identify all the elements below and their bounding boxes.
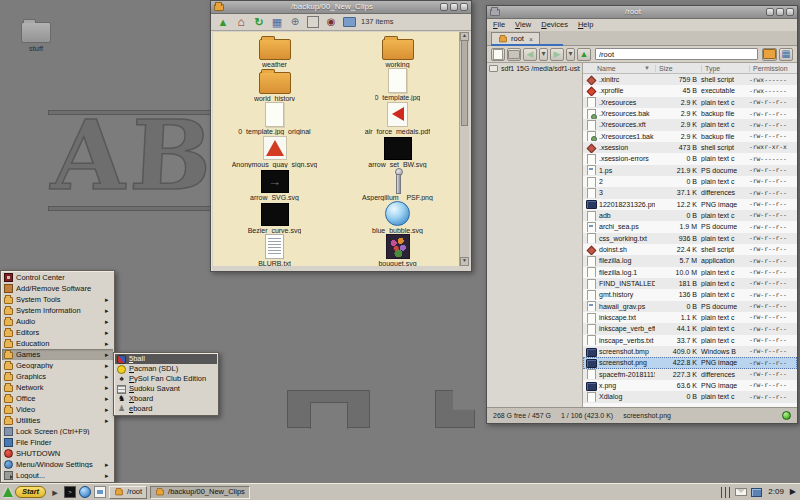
quick-launch-icon[interactable]	[79, 486, 91, 498]
submenu-item[interactable]: Pacman (SDL)	[115, 364, 217, 374]
start-menu-item[interactable]: SHUTDOWN	[2, 448, 113, 459]
file-row[interactable]: .xsession 473 B shell script -rwxr-xr-x	[583, 142, 797, 153]
start-menu-item[interactable]: Menu/Window Settings ▸	[2, 459, 113, 470]
file-item[interactable]: working	[336, 35, 459, 68]
tab-close-icon[interactable]: ×	[529, 36, 533, 43]
start-menu-item[interactable]: Video ▸	[2, 404, 113, 415]
file-row[interactable]: hawaii_grav.ps 0 B PS docume -rw-r--r--	[583, 301, 797, 312]
submenu-item[interactable]: eboard	[115, 404, 217, 414]
submenu-item[interactable]: Xboard	[115, 394, 217, 404]
file-row[interactable]: .Xresources.xft 2.9 K plain text c -rw-r…	[583, 119, 797, 130]
column-header-name[interactable]: Name ▼	[583, 65, 655, 72]
toolbar-button-icon[interactable]	[324, 15, 338, 29]
start-menu-item[interactable]: Audio ▸	[2, 316, 113, 327]
submenu-item[interactable]: PySol Fan Club Edition	[115, 374, 217, 384]
file-item[interactable]: blue_bubble.svg	[336, 201, 459, 234]
sort-indicator-icon[interactable]: ▼	[644, 65, 655, 71]
toolbar-button-icon[interactable]	[288, 15, 302, 29]
file-row[interactable]: adb 0 B plain text c -rw-r--r--	[583, 210, 797, 221]
start-menu-item[interactable]: Graphics ▸	[2, 371, 113, 382]
toolbar-button-icon[interactable]	[762, 48, 777, 61]
toolbar-button-icon[interactable]	[566, 48, 575, 61]
tray-icon[interactable]	[735, 488, 747, 496]
toolbar-button-icon[interactable]	[306, 15, 320, 29]
minimize-button[interactable]	[766, 8, 774, 16]
file-row[interactable]: x.png 63.6 K PNG image -rw-r--r--	[583, 380, 797, 391]
file-row[interactable]: filezilla.log.1 10.0 M plain text c -rw-…	[583, 267, 797, 278]
file-item[interactable]: 0_template.jpg_original	[213, 101, 336, 134]
toolbar-button-icon[interactable]	[342, 15, 356, 29]
toolbar-button-icon[interactable]	[270, 15, 284, 29]
start-menu-item[interactable]: System Information ▸	[2, 305, 113, 316]
scroll-down-icon[interactable]: ▼	[460, 257, 469, 266]
close-button[interactable]	[786, 8, 794, 16]
start-menu-item[interactable]: Utilities ▸	[2, 415, 113, 426]
maximize-button[interactable]	[450, 3, 458, 11]
submenu-item[interactable]: Sudoku Savant	[115, 384, 217, 394]
toolbar-button-icon[interactable]	[507, 48, 521, 61]
file-item[interactable]: weather	[213, 35, 336, 68]
start-menu-item[interactable]: Games ▸	[2, 349, 113, 360]
desktop-icon-stuff[interactable]: stuff	[12, 22, 60, 53]
toolbar-button-icon[interactable]	[491, 48, 505, 61]
quick-launch-icon[interactable]	[49, 486, 61, 498]
file-row[interactable]: 1.ps 21.9 K PS docume -rw-r--r--	[583, 165, 797, 176]
tray-icon[interactable]	[751, 488, 762, 497]
file-row[interactable]: Xdialog 0 B plain text c -rw-r--r--	[583, 391, 797, 402]
file-row[interactable]: .Xresources.bak 2.9 K backup file -rw-r-…	[583, 108, 797, 119]
start-menu-item[interactable]: Geography ▸	[2, 360, 113, 371]
file-row[interactable]: css_working.txt 936 B plain text c -rw-r…	[583, 233, 797, 244]
quick-launch-icon[interactable]	[64, 486, 76, 498]
scrollbar-track[interactable]: ▲ ▼	[459, 32, 469, 266]
toolbar-button-icon[interactable]	[234, 15, 248, 29]
file-row[interactable]: inkscape_verb_effects.txt 44.1 K plain t…	[583, 323, 797, 334]
clips-titlebar[interactable]: /backup/00_New_Clips	[211, 1, 471, 14]
file-item[interactable]: Aspergillum__PSF.png	[336, 168, 459, 201]
toolbar-button-icon[interactable]	[252, 15, 266, 29]
quick-launch-icon[interactable]	[94, 486, 106, 498]
file-row[interactable]: 2 0 B plain text c -rw-r--r--	[583, 176, 797, 187]
file-row[interactable]: gmt.history 136 B plain text c -rw-r--r-…	[583, 289, 797, 300]
path-input[interactable]	[595, 48, 758, 60]
file-row[interactable]: 3 37.1 K differences -rw-r--r--	[583, 187, 797, 198]
file-row[interactable]: .Xresources 2.9 K plain text c -rw-r--r-…	[583, 97, 797, 108]
scrollbar-thumb[interactable]	[461, 40, 468, 126]
file-row[interactable]: 122018231326.png 12.2 K PNG image -rw-r-…	[583, 199, 797, 210]
file-row[interactable]: screenshot.bmp 409.0 K Windows B -rw-r--…	[583, 346, 797, 357]
file-item[interactable]: air_force_medals.pdf	[336, 101, 459, 134]
start-button[interactable]: Start	[3, 486, 46, 498]
device-item[interactable]: sdf1 15G /media/sdf1-usb-	[489, 65, 580, 72]
menubar-item[interactable]: View	[515, 21, 531, 29]
file-item[interactable]: arrow_set_BW.svg	[336, 135, 459, 168]
start-menu-item[interactable]: Add/Remove Software	[2, 283, 113, 294]
file-row[interactable]: .xinitrc 759 B shell script -rwx------	[583, 74, 797, 85]
start-menu-item[interactable]: Education ▸	[2, 338, 113, 349]
close-button[interactable]	[460, 3, 468, 11]
toolbar-button-icon[interactable]	[523, 48, 537, 61]
menubar-item[interactable]: Help	[578, 21, 593, 29]
start-menu-item[interactable]: Office ▸	[2, 393, 113, 404]
task-button[interactable]: /backup/00_New_Clips	[150, 486, 250, 499]
start-menu-item[interactable]: Control Center	[2, 272, 113, 283]
file-item[interactable]: bouquet.svg	[336, 234, 459, 266]
file-item[interactable]: BLURB.txt	[213, 234, 336, 266]
task-button[interactable]: /root	[109, 486, 147, 499]
column-header-permission[interactable]: Permission	[749, 65, 797, 72]
menubar-item[interactable]: File	[493, 21, 505, 29]
start-menu-item[interactable]: Logout... ▸	[2, 470, 113, 481]
toolbar-button-icon[interactable]	[539, 48, 548, 61]
file-item[interactable]: Bezier_curve.svg	[213, 201, 336, 234]
menubar-item[interactable]: Devices	[541, 21, 568, 29]
submenu-item[interactable]: 5ball	[115, 354, 217, 364]
column-header-type[interactable]: Type	[701, 65, 749, 72]
toolbar-button-icon[interactable]	[779, 48, 793, 61]
start-menu-item[interactable]: System Tools ▸	[2, 294, 113, 305]
file-item[interactable]: Anonymous_quay_sign.svg	[213, 135, 336, 168]
file-row[interactable]: inscape_verbs.txt 33.7 K plain text c -r…	[583, 335, 797, 346]
start-menu-item[interactable]: Network ▸	[2, 382, 113, 393]
toolbar-button-icon[interactable]	[216, 15, 230, 29]
file-item[interactable]: world_history	[213, 68, 336, 101]
column-header-size[interactable]: Size	[655, 65, 701, 72]
file-row[interactable]: archi_sea.ps 1.9 M PS docume -rw-r--r--	[583, 221, 797, 232]
start-menu-item[interactable]: File Finder	[2, 437, 113, 448]
